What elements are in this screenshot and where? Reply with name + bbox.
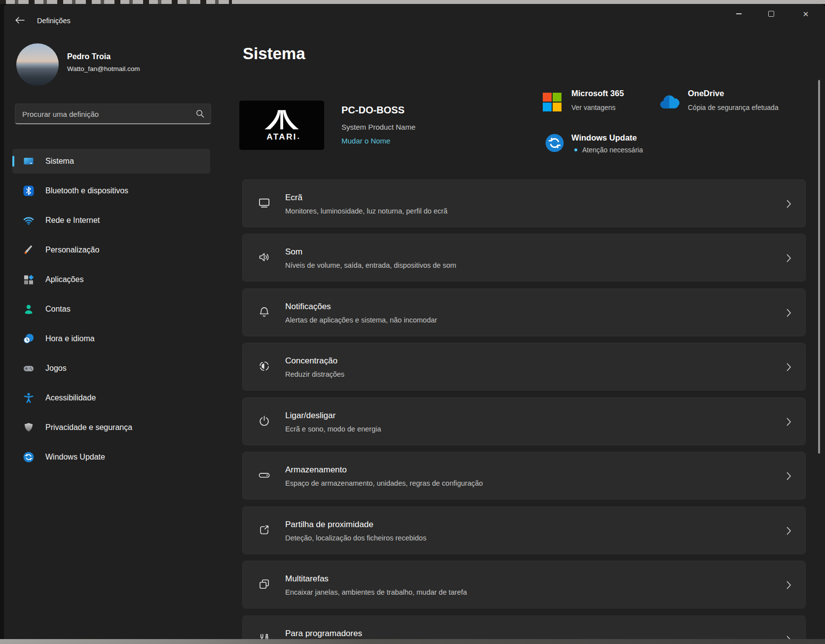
device-logo: ATARI: [239, 101, 324, 150]
setting-row-concentracao[interactable]: Concentração Reduzir distrações: [242, 343, 806, 391]
setting-subtitle: Ecrã e sono, modo de energia: [285, 425, 381, 433]
sidebar-item-label: Windows Update: [45, 453, 105, 462]
system-icon: [23, 155, 35, 167]
sidebar-item-bluetooth[interactable]: Bluetooth e dispositivos: [12, 179, 210, 203]
accessibility-icon: [23, 392, 35, 404]
setting-title: Para programadores: [285, 629, 362, 639]
profile-name: Pedro Troia: [67, 52, 111, 61]
sidebar-item-hora-idioma[interactable]: Hora e idioma: [12, 326, 210, 351]
microsoft-365-title[interactable]: Microsoft 365: [571, 89, 624, 98]
sound-icon: [258, 250, 271, 264]
chevron-right-icon: [787, 527, 791, 535]
wifi-icon: [23, 215, 35, 226]
chevron-right-icon: [787, 363, 791, 371]
svg-text:ATARI: ATARI: [266, 132, 297, 142]
setting-subtitle: Espaço de armazenamento, unidades, regra…: [285, 479, 483, 487]
sidebar-item-label: Acessibilidade: [45, 394, 96, 402]
device-product: System Product Name: [341, 123, 415, 131]
search-box[interactable]: [15, 104, 211, 124]
device-name: PC-DO-BOSS: [341, 105, 405, 116]
close-button[interactable]: ✕: [791, 4, 820, 24]
setting-title: Ligar/desligar: [285, 411, 336, 421]
sidebar-item-label: Contas: [45, 305, 71, 314]
setting-subtitle: Níveis de volume, saída, entrada, dispos…: [285, 261, 456, 269]
attention-dot: [574, 148, 577, 151]
setting-title: Armazenamento: [285, 465, 347, 475]
setting-row-multitarefas[interactable]: Multitarefas Encaixar janelas, ambientes…: [242, 561, 806, 608]
onedrive-title[interactable]: OneDrive: [688, 89, 724, 98]
sidebar-item-windows-update[interactable]: Windows Update: [12, 445, 210, 469]
minimize-button[interactable]: [724, 4, 753, 24]
scrollbar-thumb[interactable]: [818, 80, 820, 454]
search-input[interactable]: [21, 105, 186, 123]
maximize-icon: [768, 11, 774, 17]
setting-row-ligar-desligar[interactable]: Ligar/desligar Ecrã e sono, modo de ener…: [242, 397, 806, 445]
chevron-right-icon: [787, 472, 791, 480]
focus-icon: [258, 359, 271, 373]
sidebar-item-rede[interactable]: Rede e Internet: [12, 208, 210, 233]
setting-row-partilha[interactable]: Partilha de proximidade Deteção, localiz…: [242, 506, 806, 554]
minimize-icon: [736, 13, 742, 14]
sidebar-item-label: Aplicações: [45, 275, 83, 284]
setting-title: Multitarefas: [285, 574, 329, 584]
setting-subtitle: Encaixar janelas, ambientes de trabalho,…: [285, 588, 467, 596]
sidebar-item-acessibilidade[interactable]: Acessibilidade: [12, 386, 210, 410]
chevron-right-icon: [787, 200, 791, 208]
microsoft-365-subtitle: Ver vantagens: [571, 104, 616, 111]
avatar[interactable]: [16, 43, 59, 86]
sidebar-item-label: Personalização: [45, 246, 99, 254]
share-icon: [258, 523, 271, 537]
page-title: Sistema: [243, 44, 305, 63]
setting-row-ecra[interactable]: Ecrã Monitores, luminosidade, luz noturn…: [242, 179, 806, 227]
profile-email: Watto_fan@hotmail.com: [67, 65, 140, 72]
sidebar-item-aplicacoes[interactable]: Aplicações: [12, 267, 210, 292]
sidebar-item-label: Bluetooth e dispositivos: [45, 186, 128, 195]
sidebar-item-label: Rede e Internet: [45, 216, 100, 225]
bluetooth-icon: [23, 185, 35, 197]
sidebar-item-label: Privacidade e segurança: [45, 423, 132, 432]
sidebar-item-label: Hora e idioma: [45, 334, 95, 343]
gamepad-icon: [23, 362, 35, 374]
setting-row-som[interactable]: Som Níveis de volume, saída, entrada, di…: [242, 234, 806, 282]
accounts-icon: [23, 303, 35, 315]
storage-icon: [258, 468, 271, 482]
chevron-right-icon: [787, 581, 791, 589]
sidebar-item-sistema[interactable]: Sistema: [12, 149, 210, 174]
background-sliver-bottom: [0, 639, 825, 644]
sidebar-item-personalizacao[interactable]: Personalização: [12, 238, 210, 262]
apps-icon: [23, 274, 35, 286]
back-arrow-icon: [15, 17, 25, 24]
setting-subtitle: Deteção, localização dos ficheiros receb…: [285, 534, 426, 542]
setting-title: Partilha de proximidade: [285, 520, 374, 530]
chevron-right-icon: [787, 309, 791, 317]
background-sliver-left: [0, 4, 4, 644]
sidebar-item-label: Jogos: [45, 364, 67, 373]
chevron-right-icon: [787, 418, 791, 426]
multitask-icon: [258, 577, 271, 591]
back-button[interactable]: [13, 14, 27, 27]
display-icon: [258, 196, 271, 210]
time-language-icon: [23, 333, 35, 345]
windows-update-subtitle: Atenção necessária: [582, 146, 643, 154]
search-icon: [196, 109, 204, 118]
windows-update-icon: [23, 451, 35, 463]
sidebar-item-label: Sistema: [45, 157, 74, 166]
background-window-sliver-top: [0, 0, 825, 4]
setting-title: Som: [285, 247, 302, 257]
setting-row-armazenamento[interactable]: Armazenamento Espaço de armazenamento, u…: [242, 452, 806, 500]
maximize-button[interactable]: [757, 4, 786, 24]
setting-title: Ecrã: [285, 193, 302, 203]
background-window-marks: [0, 0, 232, 4]
atari-logo-icon: ATARI: [261, 109, 303, 142]
sidebar-item-jogos[interactable]: Jogos: [12, 356, 210, 381]
sidebar-item-contas[interactable]: Contas: [12, 297, 210, 322]
rename-pc-link[interactable]: Mudar o Nome: [341, 137, 390, 145]
setting-subtitle: Alertas de aplicações e sistema, não inc…: [285, 316, 437, 324]
setting-subtitle: Monitores, luminosidade, luz noturna, pe…: [285, 207, 448, 215]
setting-row-notificacoes[interactable]: Notificações Alertas de aplicações e sis…: [242, 288, 806, 336]
microsoft-365-icon: [543, 93, 562, 111]
shield-icon: [23, 422, 35, 433]
windows-update-title[interactable]: Windows Update: [571, 133, 637, 143]
sidebar-item-privacidade[interactable]: Privacidade e segurança: [12, 415, 210, 440]
chevron-right-icon: [787, 254, 791, 262]
